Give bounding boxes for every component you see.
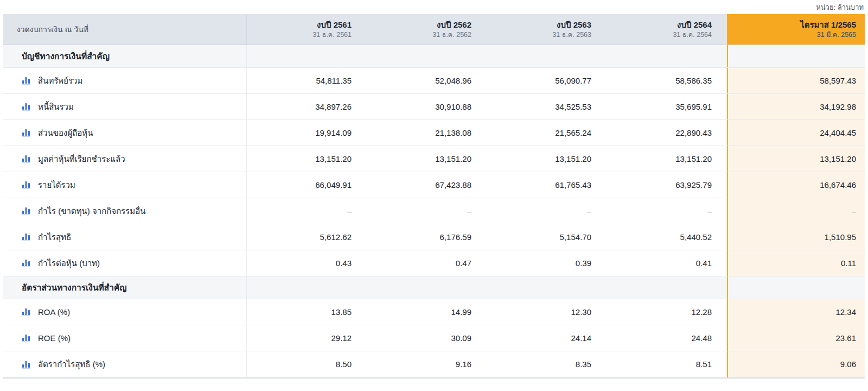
unit-label: หน่วย: ล้านบาท (3, 2, 865, 14)
row-label: อัตรากำไรสุทธิ (%) (38, 358, 105, 371)
table-row: รายได้รวม66,049.9167,423.8861,765.4363,9… (3, 172, 865, 198)
column-date: 31 มี.ค. 2565 (727, 30, 856, 40)
value-cell: 21,565.24 (487, 120, 607, 146)
value-cell: 5,154.70 (487, 224, 607, 250)
table-row: กำไร (ขาดทุน) จากกิจกรรมอื่น––––– (3, 198, 865, 224)
value-cell: 5,440.52 (607, 224, 727, 250)
column-header-highlight: ไตรมาส 1/256531 มี.ค. 2565 (727, 14, 865, 45)
column-title: งบปี 2562 (367, 20, 471, 30)
row-label: หนี้สินรวม (38, 100, 74, 113)
section-header-cell (367, 276, 487, 299)
row-label-cell: รายได้รวม (3, 172, 247, 198)
value-cell-highlight: 23.61 (727, 325, 865, 351)
value-cell-highlight: 58,597.43 (727, 68, 865, 93)
value-cell-highlight: 1,510.95 (727, 224, 865, 250)
value-cell: 8.51 (607, 351, 727, 377)
value-cell: 58,586.35 (607, 68, 727, 93)
section-header-row: บัญชีทางการเงินที่สำคัญ (3, 45, 865, 68)
row-label: ROE (%) (38, 333, 71, 343)
value-cell: 0.39 (487, 250, 607, 276)
value-cell: 29.12 (247, 325, 367, 351)
value-cell: 21,138.08 (367, 120, 487, 146)
column-title: งบปี 2563 (487, 20, 591, 30)
value-cell-highlight: 0.11 (727, 250, 865, 276)
bar-chart-icon[interactable] (22, 334, 31, 342)
row-label-cell: กำไรสุทธิ (3, 224, 247, 250)
value-cell-highlight: 9.06 (727, 351, 865, 377)
value-cell: 13,151.20 (487, 146, 607, 172)
row-label-cell: ROE (%) (3, 325, 247, 351)
row-label-cell: ROA (%) (3, 299, 247, 325)
row-label-cell: กำไรต่อหุ้น (บาท) (3, 250, 247, 276)
corner-header: งวดงบการเงิน ณ วันที่ (3, 14, 247, 45)
value-cell: 52,048.96 (367, 68, 487, 93)
table-row: ส่วนของผู้ถือหุ้น19,914.0921,138.0821,56… (3, 120, 865, 146)
value-cell-highlight: 34,192.98 (727, 94, 865, 119)
value-cell-highlight: 13,151.20 (727, 146, 865, 172)
section-header-cell (727, 45, 865, 67)
column-header-4: งบปี 256431 ธ.ค. 2564 (607, 14, 727, 45)
value-cell: 8.50 (247, 351, 367, 377)
value-cell: 61,765.43 (487, 172, 607, 198)
row-label: รายได้รวม (38, 179, 75, 192)
column-header-2: งบปี 256231 ธ.ค. 2562 (367, 14, 487, 45)
table-row: ROA (%)13.8514.9912.3012.2812.34 (3, 299, 865, 325)
bar-chart-icon[interactable] (22, 129, 31, 137)
bar-chart-icon[interactable] (22, 103, 31, 111)
table-row: มูลค่าหุ้นที่เรียกชำระแล้ว13,151.2013,15… (3, 146, 865, 172)
column-date: 31 ธ.ค. 2562 (367, 30, 471, 40)
table-row: สินทรัพย์รวม54,811.3552,048.9656,090.775… (3, 68, 865, 94)
bar-chart-icon[interactable] (22, 181, 31, 189)
column-header-1: งบปี 256131 ธ.ค. 2561 (247, 14, 367, 45)
column-title: ไตรมาส 1/2565 (727, 20, 856, 30)
row-label: มูลค่าหุ้นที่เรียกชำระแล้ว (38, 153, 125, 166)
row-label: กำไร (ขาดทุน) จากกิจกรรมอื่น (38, 205, 146, 218)
row-label: กำไรต่อหุ้น (บาท) (38, 257, 100, 270)
value-cell: 63,925.79 (607, 172, 727, 198)
bar-chart-icon[interactable] (22, 155, 31, 163)
value-cell: 14.99 (367, 299, 487, 325)
bar-chart-icon[interactable] (22, 77, 31, 85)
section-header-cell (727, 276, 865, 299)
row-label: ROA (%) (38, 307, 70, 317)
table-row: กำไรสุทธิ5,612.626,176.595,154.705,440.5… (3, 224, 865, 250)
row-label: ส่วนของผู้ถือหุ้น (38, 127, 93, 140)
bar-chart-icon[interactable] (22, 207, 31, 215)
section-header-cell (487, 45, 607, 67)
financial-table: งวดงบการเงิน ณ วันที่ งบปี 256131 ธ.ค. 2… (3, 14, 865, 379)
column-title: งบปี 2564 (607, 20, 712, 30)
row-label-cell: อัตรากำไรสุทธิ (%) (3, 351, 247, 377)
value-cell: 54,811.35 (247, 68, 367, 93)
section-header-cell (607, 276, 727, 299)
value-cell: 13,151.20 (247, 146, 367, 172)
value-cell: 19,914.09 (247, 120, 367, 146)
value-cell: 30.09 (367, 325, 487, 351)
value-cell: 12.30 (487, 299, 607, 325)
table-row: อัตรากำไรสุทธิ (%)8.509.168.358.519.06 (3, 351, 865, 377)
row-label-cell: ส่วนของผู้ถือหุ้น (3, 120, 247, 146)
value-cell: 13,151.20 (607, 146, 727, 172)
column-date: 31 ธ.ค. 2563 (487, 30, 591, 40)
value-cell: – (487, 198, 607, 224)
table-header-row: งวดงบการเงิน ณ วันที่ งบปี 256131 ธ.ค. 2… (3, 14, 865, 45)
financial-highlights-page: หน่วย: ล้านบาท งวดงบการเงิน ณ วันที่ งบป… (0, 0, 868, 391)
section-header-cell (247, 276, 367, 299)
value-cell: 24.14 (487, 325, 607, 351)
row-label-cell: มูลค่าหุ้นที่เรียกชำระแล้ว (3, 146, 247, 172)
value-cell: 22,890.43 (607, 120, 727, 146)
value-cell: – (247, 198, 367, 224)
value-cell: 34,525.53 (487, 94, 607, 119)
bar-chart-icon[interactable] (22, 308, 31, 316)
value-cell: 0.41 (607, 250, 727, 276)
row-label-cell: กำไร (ขาดทุน) จากกิจกรรมอื่น (3, 198, 247, 224)
bar-chart-icon[interactable] (22, 361, 31, 369)
row-label: กำไรสุทธิ (38, 231, 71, 244)
row-label-cell: หนี้สินรวม (3, 94, 247, 119)
value-cell: 9.16 (367, 351, 487, 377)
bar-chart-icon[interactable] (22, 259, 31, 267)
value-cell-highlight: 16,674.46 (727, 172, 865, 198)
bar-chart-icon[interactable] (22, 233, 31, 241)
value-cell: 0.43 (247, 250, 367, 276)
value-cell-highlight: – (727, 198, 865, 224)
value-cell: 56,090.77 (487, 68, 607, 93)
